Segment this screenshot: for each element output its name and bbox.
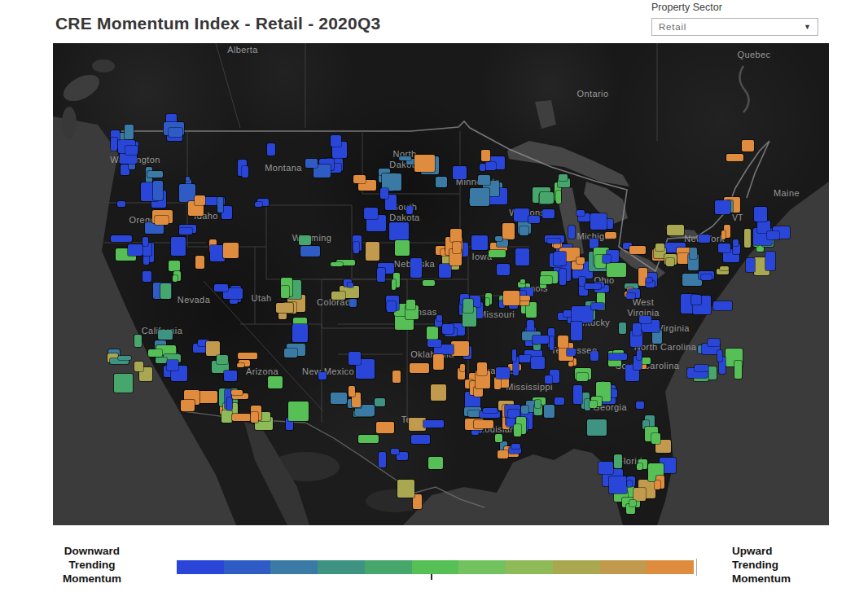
county-mark[interactable] [605, 232, 616, 239]
county-mark[interactable] [554, 252, 566, 265]
county-mark[interactable] [555, 397, 565, 405]
county-mark[interactable] [392, 371, 401, 384]
county-mark[interactable] [513, 357, 519, 375]
county-mark[interactable] [366, 215, 386, 232]
county-mark[interactable] [397, 480, 415, 498]
county-mark[interactable] [545, 235, 564, 243]
county-mark[interactable] [489, 250, 506, 258]
county-mark[interactable] [395, 240, 410, 256]
county-mark[interactable] [531, 357, 545, 369]
county-mark[interactable] [428, 457, 443, 469]
legend-color-ramp[interactable] [177, 560, 694, 574]
county-mark[interactable] [664, 254, 677, 265]
county-mark[interactable] [139, 367, 152, 381]
county-mark[interactable] [313, 165, 331, 178]
county-mark[interactable] [542, 209, 555, 218]
county-mark[interactable] [514, 208, 530, 222]
county-mark[interactable] [336, 260, 354, 265]
county-mark[interactable] [110, 358, 129, 364]
county-mark[interactable] [171, 366, 187, 381]
county-mark[interactable] [575, 368, 591, 379]
county-mark[interactable] [476, 371, 490, 388]
chevron-down-icon[interactable]: ▼ [804, 23, 811, 31]
county-mark[interactable] [719, 357, 726, 374]
county-mark[interactable] [641, 320, 660, 331]
county-mark[interactable] [397, 452, 409, 460]
county-mark[interactable] [393, 273, 400, 287]
county-mark[interactable] [462, 307, 476, 327]
county-mark[interactable] [534, 405, 542, 415]
county-mark[interactable] [502, 223, 514, 239]
county-mark[interactable] [281, 278, 292, 296]
county-mark[interactable] [474, 420, 493, 428]
county-mark[interactable] [734, 361, 742, 379]
county-mark[interactable] [773, 226, 790, 239]
county-mark[interactable] [435, 318, 443, 327]
county-mark[interactable] [406, 206, 414, 214]
county-mark[interactable] [427, 327, 438, 340]
county-mark[interactable] [114, 374, 133, 393]
county-mark[interactable] [147, 171, 163, 177]
county-mark[interactable] [160, 283, 171, 299]
county-mark[interactable] [223, 288, 243, 298]
county-mark[interactable] [742, 140, 754, 151]
county-mark[interactable] [607, 263, 625, 278]
county-mark[interactable] [164, 122, 184, 135]
county-mark[interactable] [299, 235, 311, 245]
county-mark[interactable] [153, 181, 163, 200]
county-mark[interactable] [449, 249, 462, 265]
county-mark[interactable] [349, 299, 357, 306]
county-mark[interactable] [352, 393, 361, 407]
county-mark[interactable] [356, 359, 375, 378]
county-mark[interactable] [480, 411, 500, 418]
county-mark[interactable] [591, 303, 604, 309]
county-mark[interactable] [518, 282, 525, 287]
county-mark[interactable] [699, 271, 715, 279]
county-mark[interactable] [340, 286, 358, 298]
county-mark[interactable] [111, 235, 132, 242]
county-mark[interactable] [318, 372, 327, 379]
county-mark[interactable] [358, 180, 376, 191]
county-mark[interactable] [223, 243, 238, 257]
county-mark[interactable] [633, 356, 642, 370]
county-mark[interactable] [733, 243, 740, 254]
county-mark[interactable] [171, 237, 186, 257]
county-mark[interactable] [509, 447, 521, 454]
county-mark[interactable] [423, 280, 434, 286]
county-mark[interactable] [485, 293, 492, 305]
county-mark[interactable] [464, 407, 482, 416]
county-mark[interactable] [581, 393, 590, 409]
county-mark[interactable] [142, 271, 152, 282]
county-mark[interactable] [239, 360, 250, 366]
county-mark[interactable] [713, 301, 732, 310]
county-mark[interactable] [376, 422, 394, 434]
county-mark[interactable] [267, 143, 275, 156]
county-mark[interactable] [366, 242, 379, 261]
county-mark[interactable] [121, 165, 129, 175]
county-mark[interactable] [765, 252, 775, 270]
county-mark[interactable] [470, 188, 489, 207]
county-mark[interactable] [287, 344, 305, 356]
county-mark[interactable] [571, 322, 582, 340]
county-mark[interactable] [451, 341, 469, 357]
county-mark[interactable] [224, 371, 237, 381]
county-mark[interactable] [646, 281, 655, 287]
county-mark[interactable] [118, 140, 135, 153]
county-mark[interactable] [142, 243, 151, 256]
county-mark[interactable] [173, 271, 181, 280]
county-mark[interactable] [385, 195, 397, 209]
county-mark[interactable] [169, 261, 180, 271]
county-mark[interactable] [572, 306, 593, 322]
county-mark[interactable] [353, 235, 362, 251]
county-mark[interactable] [152, 210, 173, 223]
county-mark[interactable] [389, 222, 410, 241]
county-mark[interactable] [288, 401, 309, 421]
county-mark[interactable] [442, 324, 454, 334]
county-mark[interactable] [559, 269, 566, 285]
county-mark[interactable] [726, 154, 743, 161]
county-mark[interactable] [410, 258, 422, 278]
county-mark[interactable] [505, 405, 520, 417]
county-mark[interactable] [550, 370, 559, 382]
county-mark[interactable] [411, 435, 430, 444]
county-mark[interactable] [515, 248, 529, 266]
